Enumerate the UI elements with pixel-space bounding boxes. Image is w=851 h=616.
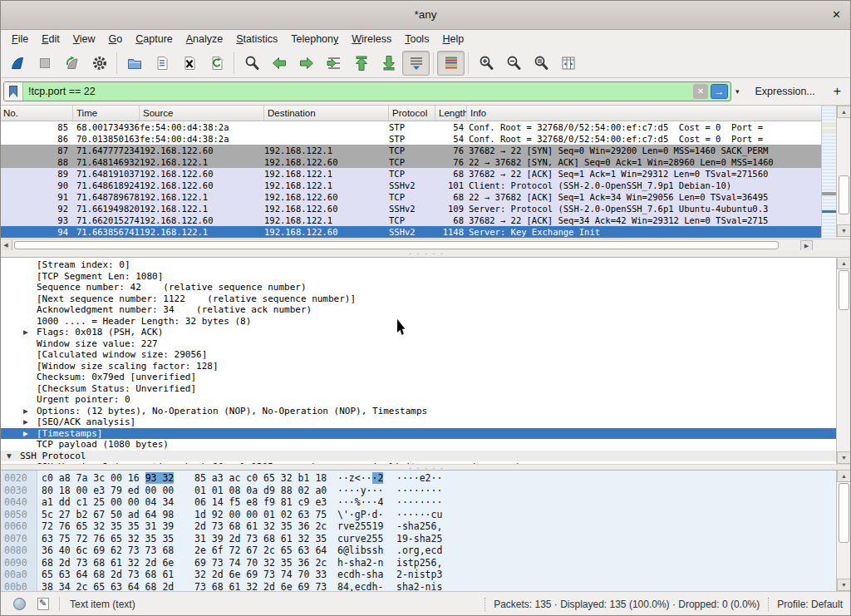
hscrollbar-thumb[interactable] xyxy=(14,241,779,249)
detail-line[interactable]: Urgent pointer: 0 xyxy=(0,394,836,406)
column-header-protocol[interactable]: Protocol xyxy=(389,106,435,121)
expert-info-icon[interactable] xyxy=(13,598,26,610)
go-to-packet-button[interactable] xyxy=(320,51,347,76)
packet-row-87[interactable]: 8771.647777234192.168.122.60192.168.122.… xyxy=(0,145,821,156)
filter-history-dropdown[interactable]: ▾ xyxy=(735,87,740,96)
menu-capture[interactable]: Capture xyxy=(129,30,179,48)
hex-row-0040[interactable]: 0040a1 dd c1 25 00 00 04 3406 14 f5 e8 f… xyxy=(0,496,836,509)
hex-row-0050[interactable]: 00505c 27 b2 67 50 ad 64 981d 92 00 00 0… xyxy=(0,509,836,521)
hex-row-0020[interactable]: 0020c0 a8 7a 3c 00 16 93 3285 a3 ac c0 6… xyxy=(0,472,836,485)
expression-button[interactable]: Expression... xyxy=(755,86,815,97)
menu-wireless[interactable]: Wireless xyxy=(345,30,398,48)
capture-stop-button[interactable] xyxy=(31,51,58,76)
packet-row-89[interactable]: 8971.648191037192.168.122.60192.168.122.… xyxy=(0,168,821,180)
detail-line[interactable]: [Next sequence number: 1122 (relative se… xyxy=(0,293,836,305)
capture-comment-icon[interactable] xyxy=(37,598,49,610)
expander-collapsed-icon[interactable]: ▶ xyxy=(23,428,37,440)
detail-line[interactable]: [Window size scaling factor: 128] xyxy=(0,361,836,372)
hex-row-0030[interactable]: 003080 18 00 e3 79 ed 00 0001 01 08 0a d… xyxy=(0,485,836,497)
detail-line[interactable]: ▼SSH Protocol xyxy=(0,451,836,462)
scroll-down-icon[interactable]: ▼ xyxy=(837,579,851,591)
go-forward-button[interactable] xyxy=(293,51,320,76)
file-save-button[interactable] xyxy=(148,51,175,76)
filter-clear-button[interactable]: ✕ xyxy=(693,84,708,99)
detail-line[interactable]: [Checksum Status: Unverified] xyxy=(0,383,836,395)
scroll-down-icon[interactable]: ▼ xyxy=(837,451,851,464)
colorize-button[interactable] xyxy=(437,51,465,76)
packet-row-92[interactable]: 9271.661949820192.168.122.1192.168.122.6… xyxy=(0,203,821,214)
bytes-scrollbar[interactable]: ▲ ▼ xyxy=(836,470,851,591)
menu-analyze[interactable]: Analyze xyxy=(180,30,229,48)
packet-row-85[interactable]: 8568.001734936fe:54:00:d4:38:2aSTP54Conf… xyxy=(0,121,821,133)
zoom-reset-button[interactable] xyxy=(527,51,554,76)
hex-row-00a0[interactable]: 00a065 63 64 68 2d 73 68 6132 2d 6e 69 7… xyxy=(0,569,836,581)
menu-help[interactable]: Help xyxy=(435,30,470,48)
column-header-source[interactable]: Source xyxy=(140,106,264,121)
details-scrollbar[interactable]: ▲ ▼ xyxy=(836,257,851,464)
menu-edit[interactable]: Edit xyxy=(35,30,66,48)
detail-line[interactable]: ▶Options: (12 bytes), No-Operation (NOP)… xyxy=(0,406,836,417)
resize-columns-button[interactable] xyxy=(554,51,582,76)
packet-row-90[interactable]: 9071.648618924192.168.122.60192.168.122.… xyxy=(0,180,821,191)
packet-row-88[interactable]: 8871.648146932192.168.122.1192.168.122.6… xyxy=(0,156,821,168)
add-filter-button[interactable]: + xyxy=(834,84,841,99)
profile-status[interactable]: Profile: Default xyxy=(777,599,843,610)
filter-input[interactable]: !tcp.port == 22 xyxy=(23,86,693,97)
column-header-time[interactable]: Time xyxy=(73,106,140,121)
menu-telephony[interactable]: Telephony xyxy=(284,30,345,48)
detail-line[interactable]: [Calculated window size: 29056] xyxy=(0,349,836,361)
detail-line[interactable]: [TCP Segment Len: 1080] xyxy=(0,271,836,283)
packet-row-91[interactable]: 9171.648789678192.168.122.1192.168.122.6… xyxy=(0,191,821,203)
packet-row-86[interactable]: 8670.013850163fe:54:00:d4:38:2aSTP54Conf… xyxy=(0,133,821,145)
packet-list-scrollbar[interactable]: ▲ ▼ xyxy=(836,106,851,238)
detail-line[interactable]: Checksum: 0x79ed [unverified] xyxy=(0,372,836,383)
menu-go[interactable]: Go xyxy=(102,30,130,48)
scrollbar-thumb[interactable] xyxy=(839,270,849,310)
display-filter-field[interactable]: !tcp.port == 22 ✕ → xyxy=(3,81,731,101)
go-first-packet-button[interactable] xyxy=(347,51,375,76)
menu-tools[interactable]: Tools xyxy=(398,30,435,48)
packet-list-hscrollbar[interactable]: ◀ ▶ xyxy=(0,239,851,250)
detail-line[interactable]: Sequence number: 42 (relative sequence n… xyxy=(0,282,836,293)
file-open-button[interactable] xyxy=(121,51,148,76)
go-last-packet-button[interactable] xyxy=(375,51,402,76)
column-header-destination[interactable]: Destination xyxy=(264,106,389,121)
packet-row-93[interactable]: 9371.662015274192.168.122.60192.168.122.… xyxy=(0,214,821,226)
detail-line[interactable]: 1000 .... = Header Length: 32 bytes (8) xyxy=(0,316,836,328)
detail-line[interactable]: Window size value: 227 xyxy=(0,338,836,350)
hex-row-00b0[interactable]: 00b038 34 2c 65 63 64 68 2d73 68 61 32 2… xyxy=(0,581,836,592)
file-close-button[interactable] xyxy=(175,51,203,76)
capture-restart-button[interactable] xyxy=(58,51,86,76)
detail-line-selected[interactable]: ▶[Timestamps] xyxy=(0,428,836,440)
hex-row-0090[interactable]: 009068 2d 73 68 61 32 2d 6e69 73 74 70 3… xyxy=(0,557,836,569)
packet-list-minimap[interactable] xyxy=(821,106,836,238)
capture-options-button[interactable] xyxy=(86,51,113,76)
go-back-button[interactable] xyxy=(265,51,293,76)
scroll-up-icon[interactable]: ▲ xyxy=(837,257,851,269)
packet-row-94[interactable]: 9471.663856741192.168.122.1192.168.122.6… xyxy=(0,226,821,238)
filter-apply-button[interactable]: → xyxy=(711,84,728,99)
menu-view[interactable]: View xyxy=(66,30,102,48)
pane-splitter-top[interactable]: · · · · · xyxy=(0,250,851,257)
hex-row-0070[interactable]: 007063 75 72 76 65 32 35 3531 39 2d 73 6… xyxy=(0,533,836,545)
auto-scroll-button[interactable] xyxy=(402,51,430,76)
detail-line[interactable]: ▶Flags: 0x018 (PSH, ACK) xyxy=(0,327,836,338)
scrollbar-thumb[interactable] xyxy=(839,483,849,543)
expander-expanded-icon[interactable]: ▼ xyxy=(7,451,20,462)
hex-row-0080[interactable]: 008036 40 6c 69 62 73 73 682e 6f 72 67 2… xyxy=(0,545,836,557)
pane-splitter-bottom[interactable]: · · · · · xyxy=(0,464,851,470)
detail-line[interactable]: Acknowledgment number: 34 (relative ack … xyxy=(0,304,836,316)
zoom-in-button[interactable] xyxy=(472,51,499,76)
menu-statistics[interactable]: Statistics xyxy=(229,30,284,48)
scroll-up-icon[interactable]: ▲ xyxy=(837,470,851,482)
window-close-button[interactable]: ✕ xyxy=(832,8,841,21)
column-header-info[interactable]: Info xyxy=(467,106,836,121)
file-reload-button[interactable] xyxy=(203,51,230,76)
zoom-out-button[interactable] xyxy=(499,51,527,76)
detail-line[interactable]: ▶[SEQ/ACK analysis] xyxy=(0,416,836,428)
detail-line[interactable]: [Stream index: 0] xyxy=(0,259,836,271)
expander-collapsed-icon[interactable]: ▶ xyxy=(23,416,37,428)
scrollbar-thumb[interactable] xyxy=(839,175,849,214)
column-header-no[interactable]: No. xyxy=(0,106,73,121)
column-header-length[interactable]: Length xyxy=(435,106,467,121)
